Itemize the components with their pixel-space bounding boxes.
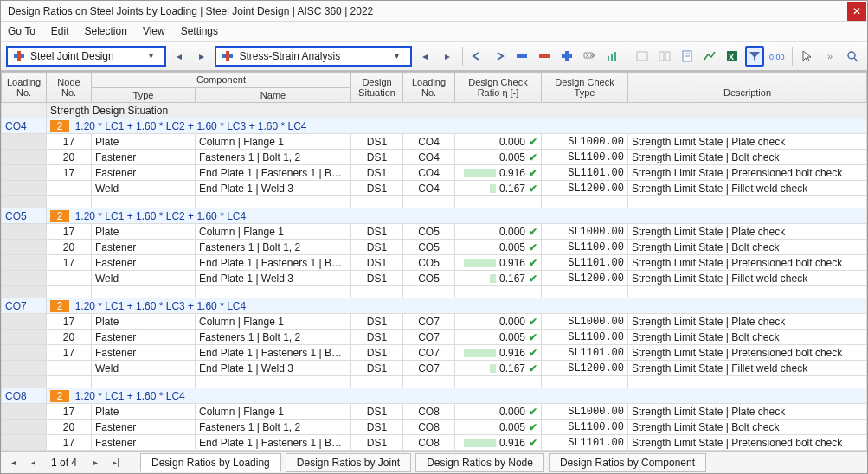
svg-rect-5 [539,54,550,58]
check-type: SL1200.00 [542,181,628,196]
nav-next-module[interactable]: ▸ [192,46,211,67]
tool-pointer[interactable] [798,46,817,67]
tool-find[interactable] [843,46,862,67]
tool-redo[interactable] [490,46,509,67]
design-situation: DS1 [351,314,403,330]
component-type: Fastener [92,150,196,165]
ratio-cell: 0.167✔ [455,271,542,286]
component-name: Fasteners 1 | Bolt 1, 2 [196,150,351,165]
chevron-down-icon: ▾ [395,51,407,61]
nav-prev-analysis[interactable]: ◂ [415,46,434,67]
loading-no: CO8 [2,388,47,404]
tool-excel[interactable]: X [723,46,742,67]
ratio-cell: 0.916✔ [455,345,542,361]
check-type: SL1200.00 [542,271,628,286]
component-name: Column | Flange 1 [196,224,351,240]
ratio-cell: 0.005✔ [455,420,542,435]
nav-next-analysis[interactable]: ▸ [438,46,457,67]
results-table: LoadingNo. NodeNo. Component Type Name D… [1,72,867,451]
component-name: End Plate 1 | Fasteners 1 | Bolt 1... [196,255,351,271]
ratio-cell: 0.916✔ [455,165,542,181]
menu-edit[interactable]: Edit [51,25,69,37]
menu-settings[interactable]: Settings [181,25,218,37]
tab-ratios-node[interactable]: Design Ratios by Node [415,453,544,472]
check-icon: ✔ [529,183,537,195]
nav-prev-module[interactable]: ◂ [170,46,189,67]
loading-no-cell: CO7 [403,330,455,345]
menu-selection[interactable]: Selection [85,25,127,37]
component-name: End Plate 1 | Weld 3 [196,181,351,196]
component-name: End Plate 1 | Weld 3 [196,361,351,376]
design-situation: DS1 [351,420,403,435]
ratio-cell: 0.916✔ [455,255,542,271]
window-title: Design Ratios on Steel Joints by Loading… [8,5,847,17]
check-type: SL1000.00 [542,224,628,240]
results-grid[interactable]: LoadingNo. NodeNo. Component Type Name D… [1,71,867,451]
tool-graph[interactable] [700,46,719,67]
loading-no-cell: CO8 [403,435,455,451]
component-type: Weld [92,181,196,196]
check-type: SL1101.00 [542,255,628,271]
description: Strength Limit State | Pretensioned bolt… [628,165,867,181]
loading-no-cell: CO5 [403,240,455,255]
component-type: Fastener [92,435,196,451]
tool-doc[interactable] [678,46,697,67]
ratio-cell: 0.000✔ [455,224,542,240]
check-icon: ✔ [529,362,537,375]
tool-beam1[interactable] [512,46,531,67]
tool-chart[interactable] [602,46,621,67]
node-no: 17 [47,165,92,181]
tool-filter[interactable] [745,46,764,67]
component-name: Fasteners 1 | Bolt 1, 2 [196,240,351,255]
node-no: 17 [47,345,92,361]
description: Strength Limit State | Pretensioned bolt… [628,255,867,271]
load-combo-header: 2 1.20 * LC1 + 1.60 * LC3 + 1.60 * LC4 [47,298,867,314]
design-situation: DS1 [351,224,403,240]
check-type: SL1100.00 [542,150,628,165]
ratio-cell: 0.005✔ [455,150,542,165]
component-type: Plate [92,224,196,240]
tool-more[interactable]: » [820,46,839,67]
node-no: 17 [47,404,92,420]
page-first[interactable]: |◂ [4,455,20,471]
tool-layout1[interactable] [633,46,652,67]
svg-text:x.xx: x.xx [586,53,595,58]
module-icon [13,50,25,62]
svg-rect-10 [608,56,609,61]
tool-tag[interactable]: x.xx [580,46,599,67]
tool-decimal[interactable]: 0,00 [768,46,787,67]
tool-layout2[interactable] [655,46,674,67]
tool-undo[interactable] [467,46,486,67]
menu-goto[interactable]: Go To [8,25,35,37]
tab-ratios-joint[interactable]: Design Ratios by Joint [286,453,411,472]
page-prev[interactable]: ◂ [25,455,41,471]
loading-no-cell: CO7 [403,314,455,330]
close-button[interactable]: ✕ [847,2,866,21]
check-icon: ✔ [529,421,537,433]
close-icon: ✕ [852,5,861,17]
description: Strength Limit State | Plate check [628,404,867,420]
description: Strength Limit State | Plate check [628,134,867,150]
load-combo-header: 2 1.20 * LC1 + 1.60 * LC2 + 1.60 * LC3 +… [47,118,867,134]
tool-beam3[interactable] [557,46,576,67]
ratio-cell: 0.000✔ [455,404,542,420]
menu-view[interactable]: View [143,25,165,37]
check-type: SL1200.00 [542,361,628,376]
component-type: Plate [92,134,196,150]
page-next[interactable]: ▸ [87,455,103,471]
combo-design-module-text: Steel Joint Design [30,50,144,62]
node-no: 20 [47,240,92,255]
component-name: End Plate 1 | Fasteners 1 | Bolt 1... [196,435,351,451]
check-icon: ✔ [529,316,537,328]
description: Strength Limit State | Pretensioned bolt… [628,435,867,451]
tool-beam2[interactable] [535,46,554,67]
tab-ratios-loading[interactable]: Design Ratios by Loading [140,453,281,472]
tab-ratios-component[interactable]: Design Ratios by Component [549,453,706,472]
ratio-cell: 0.005✔ [455,240,542,255]
page-last[interactable]: ▸| [108,455,124,471]
load-combo-header: 2 1.20 * LC1 + 1.60 * LC4 [47,388,867,404]
check-icon: ✔ [529,437,537,449]
combo-design-module[interactable]: Steel Joint Design ▾ [6,46,166,67]
combo-analysis-type[interactable]: Stress-Strain Analysis ▾ [215,46,411,67]
badge: 2 [50,300,69,312]
